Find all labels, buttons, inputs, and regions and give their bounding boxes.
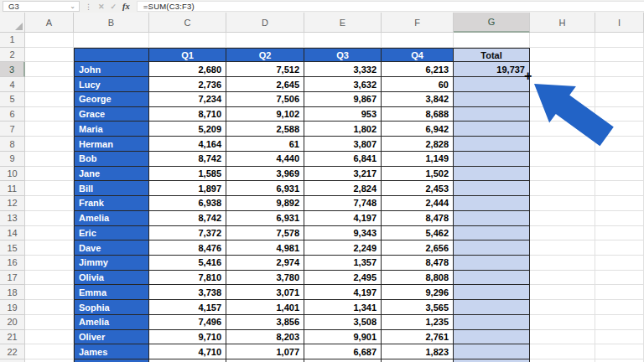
cell-G3[interactable]: 19,737 [454, 62, 530, 77]
cell-C8[interactable]: 4,164 [149, 137, 226, 152]
row-header-7[interactable]: 7 [0, 122, 25, 137]
cell-I14[interactable] [595, 226, 644, 241]
cell-A21[interactable] [25, 330, 74, 345]
cell-B20[interactable]: Amelia [74, 315, 149, 330]
cell-F7[interactable]: 6,942 [382, 122, 454, 137]
column-header-G[interactable]: G [454, 13, 530, 33]
cell-G14[interactable] [454, 226, 530, 241]
cell-E9[interactable]: 6,841 [304, 152, 382, 167]
cell-F4[interactable]: 60 [382, 77, 454, 92]
cell-B7[interactable]: Maria [74, 122, 149, 137]
cell-H12[interactable] [530, 196, 595, 211]
cell-E4[interactable]: 3,632 [304, 77, 382, 92]
cell-B11[interactable]: Bill [74, 181, 149, 196]
column-header-B[interactable]: B [74, 13, 149, 33]
name-box[interactable]: G3 ⌄ [3, 1, 80, 12]
cell-C18[interactable]: 3,738 [149, 285, 226, 300]
cell-A1[interactable] [25, 33, 74, 48]
row-header-19[interactable]: 19 [0, 300, 25, 315]
cell-H17[interactable] [530, 271, 595, 286]
cell-C12[interactable]: 6,938 [149, 196, 226, 211]
cell-I21[interactable] [595, 330, 644, 345]
cell-I1[interactable] [595, 33, 644, 48]
cell-I10[interactable] [595, 167, 644, 182]
cell-C6[interactable]: 8,710 [149, 107, 226, 122]
row-header-18[interactable]: 18 [0, 285, 25, 300]
cell-D3[interactable]: 7,512 [226, 62, 304, 77]
cell-F13[interactable]: 8,478 [382, 211, 454, 226]
cell-F15[interactable]: 2,656 [382, 240, 454, 256]
cell-C2[interactable]: Q1 [149, 48, 226, 63]
cell-D20[interactable]: 3,856 [226, 315, 304, 330]
row-header-6[interactable]: 6 [0, 107, 25, 122]
cell-B2[interactable] [74, 48, 149, 63]
cell-D11[interactable]: 6,931 [226, 181, 304, 196]
cell-I3[interactable] [595, 62, 644, 77]
cell-E1[interactable] [304, 33, 382, 48]
cell-F9[interactable]: 1,149 [382, 152, 454, 167]
cell-E19[interactable]: 1,341 [304, 300, 382, 315]
cell-G8[interactable] [454, 137, 530, 152]
cell-B6[interactable]: Grace [74, 107, 149, 122]
formula-input[interactable]: =SUM(C3:F3) [137, 1, 644, 12]
cell-C9[interactable]: 8,742 [149, 152, 226, 167]
cell-A6[interactable] [25, 107, 74, 122]
cell-A20[interactable] [25, 315, 74, 330]
cell-I20[interactable] [595, 315, 644, 330]
cell-D14[interactable]: 7,578 [226, 226, 304, 241]
cell-A7[interactable] [25, 122, 74, 137]
cell-C14[interactable]: 7,372 [149, 226, 226, 241]
cell-E18[interactable]: 4,197 [304, 285, 382, 300]
cell-H13[interactable] [530, 211, 595, 226]
cell-E12[interactable]: 7,748 [304, 196, 382, 211]
cell-D2[interactable]: Q2 [226, 48, 304, 63]
cell-A5[interactable] [25, 92, 74, 107]
cell-F5[interactable]: 3,842 [382, 92, 454, 107]
cell-G5[interactable] [454, 92, 530, 107]
row-header-16[interactable]: 16 [0, 256, 25, 271]
cell-A11[interactable] [25, 181, 74, 196]
chevron-down-icon[interactable]: ⌄ [70, 3, 75, 10]
cell-A14[interactable] [25, 226, 74, 241]
cell-H11[interactable] [530, 181, 595, 196]
cell-D1[interactable] [226, 33, 304, 48]
column-header-D[interactable]: D [226, 13, 304, 33]
cell-C16[interactable]: 5,416 [149, 256, 226, 271]
cell-A13[interactable] [25, 211, 74, 226]
cell-E14[interactable]: 9,343 [304, 226, 382, 241]
cell-C3[interactable]: 2,680 [149, 62, 226, 77]
cell-B16[interactable]: Jimmy [74, 256, 149, 271]
row-header-14[interactable]: 14 [0, 226, 25, 241]
row-header-21[interactable]: 21 [0, 330, 25, 345]
cell-E16[interactable]: 1,357 [304, 256, 382, 271]
cell-H18[interactable] [530, 285, 595, 300]
cell-F11[interactable]: 2,453 [382, 181, 454, 196]
cell-E22[interactable]: 6,687 [304, 344, 382, 359]
cell-B15[interactable]: Dave [74, 240, 149, 256]
cell-G20[interactable] [454, 315, 530, 330]
cell-H1[interactable] [530, 33, 595, 48]
cell-C15[interactable]: 8,476 [149, 240, 226, 256]
row-header-13[interactable]: 13 [0, 211, 25, 226]
cell-C22[interactable]: 4,710 [149, 344, 226, 359]
cell-G2[interactable]: Total [454, 48, 530, 63]
cell-G11[interactable] [454, 181, 530, 196]
cell-G17[interactable] [454, 271, 530, 286]
cell-E7[interactable]: 1,802 [304, 122, 382, 137]
column-header-I[interactable]: I [595, 13, 644, 33]
row-header-5[interactable]: 5 [0, 92, 25, 107]
insert-function-icon[interactable]: fx [122, 2, 130, 11]
cell-G10[interactable] [454, 167, 530, 182]
cell-H21[interactable] [530, 330, 595, 345]
enter-icon[interactable]: ✓ [111, 3, 117, 11]
column-header-H[interactable]: H [530, 13, 595, 33]
cell-G22[interactable] [454, 344, 530, 359]
cell-E21[interactable]: 9,901 [304, 330, 382, 345]
row-header-17[interactable]: 17 [0, 271, 25, 286]
cell-E20[interactable]: 3,508 [304, 315, 382, 330]
cell-B9[interactable]: Bob [74, 152, 149, 167]
cell-D17[interactable]: 3,780 [226, 271, 304, 286]
cell-D15[interactable]: 4,981 [226, 240, 304, 256]
cell-A10[interactable] [25, 167, 74, 182]
cell-F17[interactable]: 8,808 [382, 271, 454, 286]
